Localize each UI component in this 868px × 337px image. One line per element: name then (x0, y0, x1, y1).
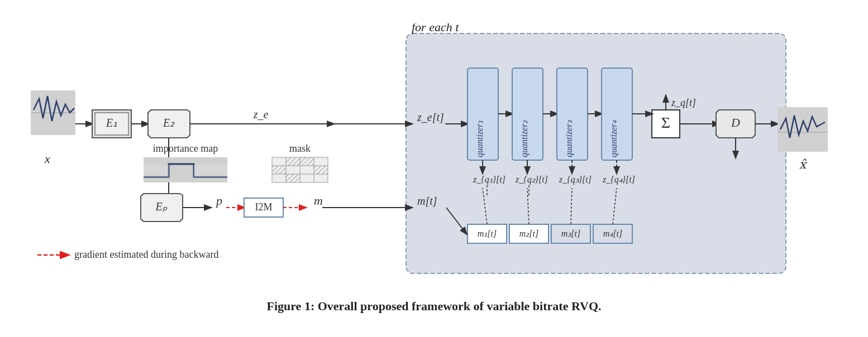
svg-rect-29 (144, 165, 169, 177)
svg-text:importance map: importance map (153, 143, 218, 154)
svg-text:z_{q₂}[t]: z_{q₂}[t] (515, 175, 548, 185)
svg-text:m: m (314, 194, 323, 208)
svg-text:z_{q₃}[t]: z_{q₃}[t] (559, 175, 592, 185)
svg-text:m₂[t]: m₂[t] (519, 229, 538, 238)
svg-text:z_e[t]: z_e[t] (417, 111, 444, 123)
svg-text:E₂: E₂ (163, 117, 175, 129)
figure-caption: Figure 1: Overall proposed framework of … (266, 299, 601, 314)
svg-text:m₁[t]: m₁[t] (478, 229, 497, 238)
svg-text:I2M: I2M (255, 201, 273, 213)
caption-bold: Figure 1: (266, 299, 314, 313)
svg-text:m[t]: m[t] (417, 195, 437, 207)
svg-text:m₄[t]: m₄[t] (603, 229, 622, 238)
svg-text:Σ: Σ (661, 114, 670, 131)
diagram-svg: for each t x E₁ E₂ (21, 23, 847, 297)
svg-text:E₁: E₁ (106, 117, 117, 129)
svg-rect-41 (286, 174, 300, 182)
svg-text:mask: mask (289, 143, 311, 154)
svg-text:z_{q₄}[t]: z_{q₄}[t] (602, 175, 635, 185)
svg-text:quantizer₂: quantizer₂ (519, 120, 530, 157)
svg-text:D: D (731, 115, 740, 129)
svg-text:quantizer₄: quantizer₄ (609, 120, 619, 157)
svg-text:quantizer₁: quantizer₁ (475, 121, 485, 157)
svg-rect-90 (778, 107, 828, 152)
svg-rect-38 (286, 157, 300, 166)
svg-text:x̂: x̂ (799, 157, 808, 171)
svg-rect-42 (314, 166, 328, 174)
svg-text:quantizer₃: quantizer₃ (564, 120, 574, 157)
svg-text:gradient estimated during back: gradient estimated during backward (74, 249, 218, 260)
svg-text:m₃[t]: m₃[t] (561, 229, 580, 238)
svg-text:p: p (215, 194, 222, 208)
svg-text:z_q[t]: z_q[t] (671, 97, 696, 108)
svg-rect-30 (194, 165, 227, 177)
svg-text:z_{q₁}[t]: z_{q₁}[t] (473, 175, 505, 185)
svg-rect-40 (272, 166, 286, 174)
caption-rest: Overall proposed framework of variable b… (314, 299, 601, 313)
figure-container: for each t x E₁ E₂ (0, 0, 868, 337)
svg-rect-39 (300, 157, 314, 166)
diagram-area: for each t x E₁ E₂ (21, 23, 847, 297)
svg-text:Eₚ: Eₚ (155, 200, 167, 213)
svg-text:for each t: for each t (412, 23, 459, 34)
svg-text:x: x (44, 152, 50, 166)
svg-text:z_e: z_e (253, 108, 269, 121)
